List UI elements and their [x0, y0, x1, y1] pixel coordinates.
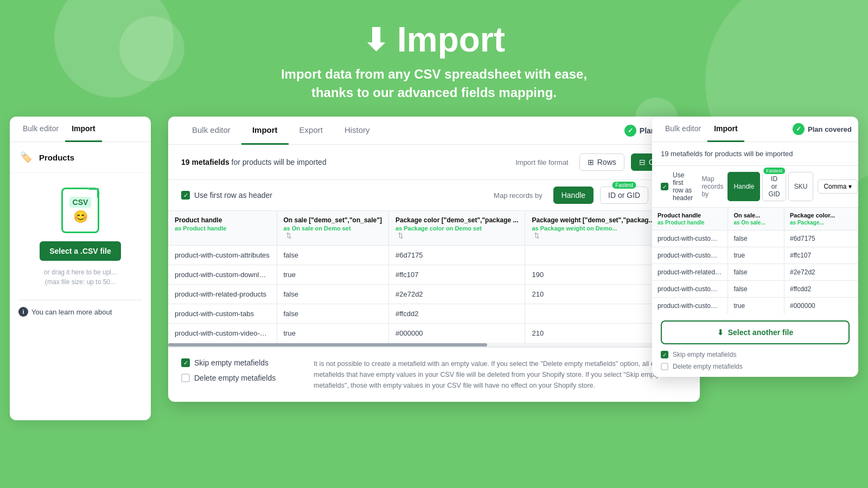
right-use-first-row[interactable]: ✓ Use first row as header [661, 171, 693, 202]
download-icon-small: ⬇ [717, 328, 724, 337]
left-tab-import[interactable]: Import [65, 117, 102, 142]
right-import-info: 19 metafields for products will be impor… [652, 142, 858, 166]
table-row: product-with-custom-downloa... true #ffc… [168, 265, 700, 285]
cell-color-2: #ffc107 [388, 265, 525, 285]
map-by-label: Map records by [494, 191, 542, 200]
tab-import[interactable]: Import [241, 117, 289, 145]
right-plan-check-icon: ✓ [793, 123, 805, 135]
skip-empty-checkbox[interactable]: ✓ [181, 358, 190, 367]
right-map-id-btn[interactable]: Fastest ID or GID [762, 172, 786, 201]
skip-empty-label[interactable]: ✓ Skip empty metafields [181, 358, 301, 367]
upload-hint: or drag it here to be upl... (max file s… [44, 267, 117, 287]
csv-file-icon: CSV 😊 [59, 186, 102, 235]
right-table-row: product-with-custom-downloa... true #ffc… [652, 247, 858, 264]
right-table-header: Product handle as Product handle On sale… [652, 208, 858, 230]
bottom-options: ✓ Skip empty metafields Delete empty met… [181, 358, 301, 391]
csv-face: 😊 [73, 210, 88, 224]
table-header-row: Product handle as Product handle On sale… [168, 211, 700, 246]
import-count-text: 19 metafields for products will be impor… [181, 158, 509, 166]
right-tab-bulk-editor[interactable]: Bulk editor [659, 117, 707, 142]
cell-weight-5: 210 [525, 324, 661, 343]
chevron-down-icon: ▾ [848, 183, 852, 190]
table-row: product-with-custom-attributes false #6d… [168, 246, 700, 265]
right-comma-select[interactable]: Comma ▾ [818, 179, 858, 194]
plan-check-icon: ✓ [624, 125, 636, 137]
delete-empty-checkbox[interactable] [181, 374, 190, 382]
import-format-label: Import file format [515, 158, 569, 166]
tab-export[interactable]: Export [289, 117, 334, 145]
right-first-row-checkbox[interactable]: ✓ [661, 183, 668, 190]
learn-more-text: You can learn more about [31, 308, 112, 316]
cell-sale-3: false [277, 285, 388, 304]
download-icon: ⬇ [363, 22, 388, 57]
col-package-color: Package color ["demo_set","package ... a… [388, 211, 525, 246]
use-first-row-label[interactable]: ✓ Use first row as header [181, 191, 272, 200]
right-table-row: product-with-related-products false #2e7… [652, 264, 858, 281]
right-map-handle-btn[interactable]: Handle [727, 172, 760, 201]
cell-sale-2: true [277, 265, 388, 285]
right-table-row: product-with-custom-video-yo... true #00… [652, 298, 858, 314]
right-map-label: Map records by [701, 175, 723, 198]
format-rows-button[interactable]: ⊞ Rows [579, 153, 624, 171]
right-skip-checkbox[interactable]: ✓ [661, 351, 668, 358]
cell-weight-3: 210 [525, 285, 661, 304]
bottom-section: ✓ Skip empty metafields Delete empty met… [168, 347, 700, 402]
cell-weight-1 [525, 246, 661, 265]
map-id-gid-button[interactable]: Fastest ID or GID [600, 187, 648, 204]
select-csv-button[interactable]: Select a .CSV file [40, 241, 121, 261]
table-row: product-with-custom-video-yo... true #00… [168, 324, 700, 343]
main-tabs-bar: Bulk editor Import Export History ✓ Plan… [168, 117, 700, 145]
products-table: Product handle as Product handle On sale… [168, 211, 700, 343]
cell-handle-5: product-with-custom-video-yo... [168, 324, 277, 343]
right-col-handle: Product handle as Product handle [652, 208, 728, 230]
table-row: product-with-custom-tabs false #ffcdd2 d… [168, 304, 700, 324]
right-delete-checkbox[interactable] [661, 363, 668, 370]
products-icon: 🏷️ [18, 150, 34, 165]
cell-sale-5: true [277, 324, 388, 343]
right-tab-import[interactable]: Import [707, 117, 744, 142]
select-another-file-button[interactable]: ⬇ Select another file [661, 320, 850, 344]
cell-weight-2: 190 [525, 265, 661, 285]
right-table-row: product-with-custom-tabs false #ffcdd2 [652, 281, 858, 298]
use-first-row-checkbox[interactable]: ✓ [181, 191, 190, 200]
cell-color-1: #6d7175 [388, 246, 525, 265]
cell-handle-3: product-with-related-products [168, 285, 277, 304]
cell-handle-4: product-with-custom-tabs [168, 304, 277, 324]
right-col-sale: On sale... as On sale... [728, 208, 784, 230]
table-row: product-with-related-products false #2e7… [168, 285, 700, 304]
delete-empty-label[interactable]: Delete empty metafields [181, 374, 301, 382]
map-handle-button[interactable]: Handle [553, 187, 593, 204]
left-tabs: Bulk editor Import [10, 117, 151, 142]
rows-icon: ⊞ [588, 158, 594, 166]
cell-color-3: #2e72d2 [388, 285, 525, 304]
cell-handle-1: product-with-custom-attributes [168, 246, 277, 265]
right-fastest-badge: Fastest [763, 168, 785, 174]
right-map-bar: ✓ Use first row as header Map records by… [652, 166, 858, 208]
import-info-bar: 19 metafields for products will be impor… [168, 145, 700, 180]
csv-label: CSV [69, 197, 92, 208]
csv-upload-area: CSV 😊 Select a .CSV file or drag it here… [10, 173, 151, 300]
scroll-bar[interactable] [168, 343, 700, 347]
right-plan-covered-badge: ✓ Plan covered [793, 117, 852, 142]
map-records-bar: ✓ Use first row as header Map records by… [168, 180, 700, 211]
right-overlay-tabs: Bulk editor Import ✓ Plan covered [652, 117, 858, 142]
bottom-description: It is not possible to create a metafield… [314, 358, 687, 391]
cell-handle-2: product-with-custom-downloa... [168, 265, 277, 285]
right-bottom-partial: ✓ Skip empty metafields Delete empty met… [652, 351, 858, 377]
right-map-sku-btn[interactable]: SKU [788, 172, 814, 201]
left-products-item[interactable]: 🏷️ Products [10, 142, 151, 173]
tab-history[interactable]: History [334, 117, 381, 145]
page-subtitle: Import data from any CSV spreadsheet wit… [0, 65, 868, 101]
right-map-buttons: Handle Fastest ID or GID SKU [727, 172, 813, 201]
col-product-handle: Product handle as Product handle [168, 211, 277, 246]
columns-icon: ⊟ [639, 158, 646, 166]
page-header: ⬇ Import Import data from any CSV spread… [0, 0, 868, 117]
main-card: Bulk editor Import Export History ✓ Plan… [168, 117, 700, 402]
tab-bulk-editor[interactable]: Bulk editor [181, 117, 241, 145]
right-table-row: product-with-custom-attributes false #6d… [652, 230, 858, 247]
products-table-wrap: Product handle as Product handle On sale… [168, 211, 700, 343]
left-tab-bulk-editor[interactable]: Bulk editor [16, 117, 65, 142]
page-title: ⬇ Import [0, 20, 868, 60]
right-overlay-card: Bulk editor Import ✓ Plan covered 19 met… [652, 117, 858, 377]
right-table-wrap: Product handle as Product handle On sale… [652, 208, 858, 314]
